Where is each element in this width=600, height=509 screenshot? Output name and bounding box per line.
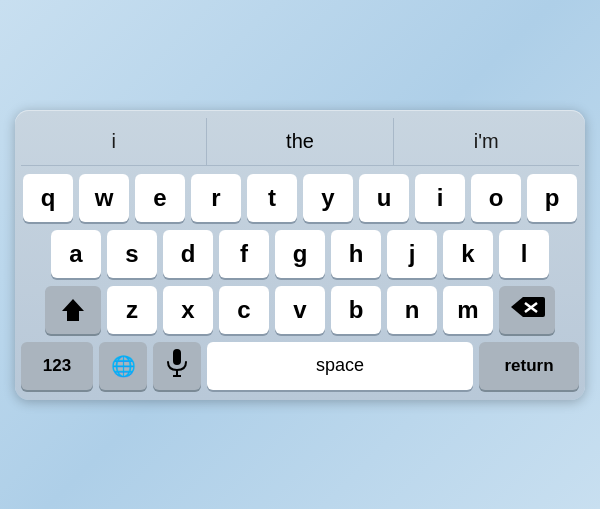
backspace-icon	[509, 294, 545, 325]
suggestion-im[interactable]: i'm	[394, 118, 579, 165]
key-rows: q w e r t y u i o p a s d f g h j k l	[21, 174, 579, 390]
row-2: a s d f g h j k l	[21, 230, 579, 278]
svg-marker-0	[62, 299, 84, 321]
key-m[interactable]: m	[443, 286, 493, 334]
globe-icon: 🌐	[111, 354, 136, 378]
key-globe[interactable]: 🌐	[99, 342, 147, 390]
keyboard-container: i the i'm q w e r t y u i o p a s d f g	[15, 110, 585, 400]
key-backspace[interactable]	[499, 286, 555, 334]
key-x[interactable]: x	[163, 286, 213, 334]
key-n[interactable]: n	[387, 286, 437, 334]
key-o[interactable]: o	[471, 174, 521, 222]
key-return[interactable]: return	[479, 342, 579, 390]
autocomplete-row: i the i'm	[21, 118, 579, 166]
key-t[interactable]: t	[247, 174, 297, 222]
key-c[interactable]: c	[219, 286, 269, 334]
suggestion-the[interactable]: the	[207, 118, 393, 165]
key-a[interactable]: a	[51, 230, 101, 278]
key-r[interactable]: r	[191, 174, 241, 222]
key-q[interactable]: q	[23, 174, 73, 222]
suggestion-i[interactable]: i	[21, 118, 207, 165]
svg-rect-3	[173, 349, 181, 365]
key-j[interactable]: j	[387, 230, 437, 278]
key-h[interactable]: h	[331, 230, 381, 278]
shift-arrow-svg	[60, 297, 86, 323]
row-4: 123 🌐 space return	[21, 342, 579, 390]
key-s[interactable]: s	[107, 230, 157, 278]
key-p[interactable]: p	[527, 174, 577, 222]
shift-icon	[60, 297, 86, 323]
key-mic[interactable]	[153, 342, 201, 390]
key-shift[interactable]	[45, 286, 101, 334]
row-3: z x c v b n m	[21, 286, 579, 334]
key-v[interactable]: v	[275, 286, 325, 334]
row-1: q w e r t y u i o p	[21, 174, 579, 222]
key-i[interactable]: i	[415, 174, 465, 222]
key-d[interactable]: d	[163, 230, 213, 278]
key-g[interactable]: g	[275, 230, 325, 278]
key-k[interactable]: k	[443, 230, 493, 278]
key-u[interactable]: u	[359, 174, 409, 222]
key-space[interactable]: space	[207, 342, 473, 390]
key-f[interactable]: f	[219, 230, 269, 278]
key-e[interactable]: e	[135, 174, 185, 222]
key-123[interactable]: 123	[21, 342, 93, 390]
mic-icon	[166, 348, 188, 383]
key-z[interactable]: z	[107, 286, 157, 334]
key-b[interactable]: b	[331, 286, 381, 334]
key-y[interactable]: y	[303, 174, 353, 222]
key-w[interactable]: w	[79, 174, 129, 222]
key-l[interactable]: l	[499, 230, 549, 278]
